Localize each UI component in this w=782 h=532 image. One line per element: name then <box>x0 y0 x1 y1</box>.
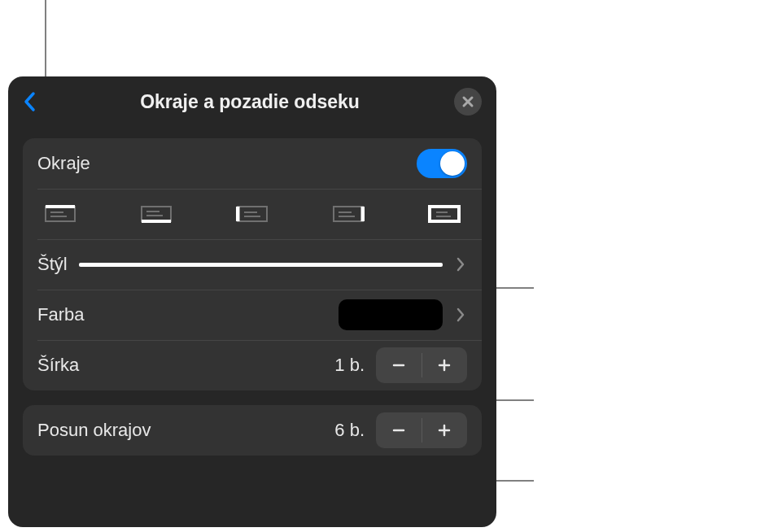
offset-label: Posun okrajov <box>37 420 151 441</box>
borders-toggle[interactable] <box>417 149 467 178</box>
color-row[interactable]: Farba <box>23 290 482 340</box>
width-decrement-button[interactable] <box>376 347 422 383</box>
svg-rect-2 <box>46 207 75 221</box>
border-bottom-icon[interactable] <box>140 202 173 226</box>
width-value: 1 b. <box>334 355 365 376</box>
width-increment-button[interactable] <box>422 347 467 383</box>
chevron-right-icon <box>454 306 467 324</box>
width-label: Šírka <box>37 355 79 376</box>
offset-decrement-button[interactable] <box>376 412 422 448</box>
offset-stepper <box>376 412 467 448</box>
toggle-knob <box>440 151 465 176</box>
color-swatch[interactable] <box>339 299 443 330</box>
border-position-group <box>44 200 461 228</box>
border-top-icon[interactable] <box>44 202 76 226</box>
offset-increment-button[interactable] <box>422 412 467 448</box>
style-row[interactable]: Štýl <box>23 239 482 290</box>
svg-rect-14 <box>334 207 363 221</box>
back-button[interactable] <box>23 90 46 113</box>
style-label: Štýl <box>37 254 68 275</box>
offset-value: 6 b. <box>334 420 365 441</box>
svg-rect-18 <box>430 207 459 221</box>
width-stepper <box>376 347 467 383</box>
borders-label: Okraje <box>37 153 90 174</box>
svg-rect-6 <box>142 207 171 221</box>
width-row: Šírka 1 b. <box>23 340 482 390</box>
close-button[interactable] <box>454 88 482 116</box>
panel-title: Okraje a pozadie odseku <box>140 91 360 113</box>
offset-section: Posun okrajov 6 b. <box>23 405 482 456</box>
borders-section: Okraje <box>23 138 482 390</box>
style-preview-line <box>79 263 443 267</box>
border-right-icon[interactable] <box>332 202 365 226</box>
borders-and-background-panel: Okraje a pozadie odseku Okraje <box>8 76 496 527</box>
offset-row: Posun okrajov 6 b. <box>23 405 482 456</box>
borders-toggle-row: Okraje <box>23 138 482 189</box>
border-position-row <box>23 189 482 239</box>
panel-header: Okraje a pozadie odseku <box>8 76 496 124</box>
svg-rect-10 <box>238 207 267 221</box>
border-all-icon[interactable] <box>428 202 461 226</box>
border-left-icon[interactable] <box>236 202 269 226</box>
chevron-right-icon <box>454 255 467 273</box>
color-label: Farba <box>37 304 84 325</box>
